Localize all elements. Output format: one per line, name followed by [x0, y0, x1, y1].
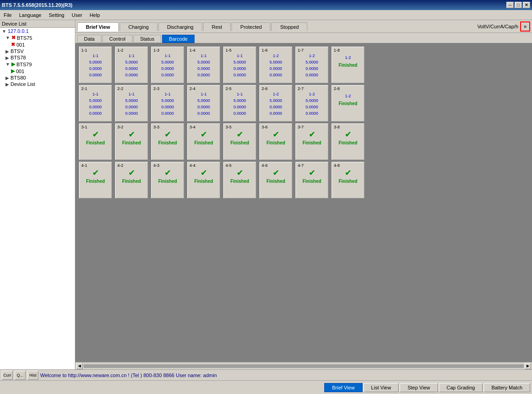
cell-2-5[interactable]: 2-5 1-15.00000.00000.0000: [223, 85, 256, 122]
tab-discharging[interactable]: Discharging: [158, 22, 202, 31]
cell-3-3[interactable]: 3-3 ✔ Finished: [151, 123, 184, 160]
menu-file[interactable]: File: [0, 11, 16, 19]
cell-4-3[interactable]: 4-3 ✔ Finished: [151, 162, 184, 198]
cell-1-3[interactable]: 1-3 1-15.00000.00000.0000: [151, 47, 184, 83]
cell-4-2[interactable]: 4-2 ✔ Finished: [115, 162, 148, 198]
cell-finished-3-7: Finished: [302, 140, 321, 145]
cell-1-8[interactable]: 1-8 1-2 Finished: [332, 47, 364, 83]
tab-brief-view[interactable]: Brief View: [77, 22, 119, 32]
cell-1-4[interactable]: 1-4 1-15.00000.00000.0000: [187, 47, 220, 83]
cell-3-6[interactable]: 3-6 ✔ Finished: [259, 123, 292, 160]
curr-icon[interactable]: Curr: [2, 371, 13, 380]
menu-user[interactable]: User: [68, 11, 86, 19]
scroll-left-button[interactable]: ◀: [76, 363, 83, 369]
cell-2-2[interactable]: 2-2 1-15.00000.00000.0000: [115, 85, 148, 122]
btn-list-view[interactable]: List View: [363, 383, 399, 392]
cell-1-7[interactable]: 1-7 1-25.00000.00000.0000: [295, 47, 328, 83]
sub-tabs: Data Control Status Barcode: [75, 33, 532, 43]
tab-protected[interactable]: Protected: [232, 22, 270, 31]
btsv-label: BTSV: [11, 48, 24, 54]
btn-step-view[interactable]: Step View: [400, 383, 437, 392]
menu-help[interactable]: Help: [86, 11, 104, 19]
check-icon-4-2: ✔: [128, 169, 135, 177]
sidebar-item-bts80[interactable]: ▶ BTS80: [0, 75, 75, 81]
subtab-control[interactable]: Control: [102, 35, 132, 43]
cell-id-4-6: 4-6: [261, 163, 268, 168]
btn-brief-view[interactable]: Brief View: [324, 383, 362, 392]
cell-id-1-8: 1-8: [333, 48, 340, 53]
cell-4-8[interactable]: 4-8 ✔ Finished: [332, 162, 364, 198]
sidebar-item-bts75[interactable]: ▼ ✖ BTS75: [0, 34, 75, 41]
menu-setting[interactable]: Setting: [45, 11, 68, 19]
cell-2-4[interactable]: 2-4 1-15.00000.00000.0000: [187, 85, 220, 122]
close-button[interactable]: ✕: [523, 2, 530, 8]
btn-cap-grading[interactable]: Cap Grading: [439, 383, 483, 392]
btn-battery-match[interactable]: Battery Match: [484, 383, 530, 392]
cell-2-6[interactable]: 2-6 1-25.00000.00000.0000: [259, 85, 292, 122]
cell-2-8[interactable]: 2-8 1-2 Finished: [332, 85, 364, 122]
cell-2-3[interactable]: 2-3 1-15.00000.00000.0000: [151, 85, 184, 122]
cell-data-2-7: 1-25.00000.00000.0000: [306, 91, 318, 117]
horizontal-scrollbar[interactable]: ◀ ▶: [75, 362, 532, 369]
cell-finished-3-4: Finished: [194, 140, 213, 145]
cell-3-5[interactable]: 3-5 ✔ Finished: [223, 123, 256, 160]
cell-1-6[interactable]: 1-6 1-25.00000.00000.0000: [259, 47, 292, 83]
cell-4-5[interactable]: 4-5 ✔ Finished: [223, 162, 256, 198]
tab-stopped[interactable]: Stopped: [271, 22, 307, 31]
subtab-barcode[interactable]: Barcode: [162, 35, 195, 43]
cell-id-1-5: 1-5: [225, 48, 232, 53]
cell-data-1-2: 1-15.00000.00000.0000: [125, 53, 138, 78]
cell-2-7[interactable]: 2-7 1-25.00000.00000.0000: [295, 85, 328, 122]
sidebar-item-001b[interactable]: ▶ 001: [0, 68, 75, 75]
sidebar-item-bts79[interactable]: ▼ ▶ BTS79: [0, 61, 75, 68]
cell-id-4-2: 4-2: [116, 163, 123, 168]
sidebar-item-btsv[interactable]: ▶ BTSV: [0, 48, 75, 54]
window-controls: ─ □ ✕: [506, 2, 530, 8]
q-icon[interactable]: Q...: [15, 371, 26, 380]
sidebar-item-001a[interactable]: ✖ 001: [0, 41, 75, 48]
hist-icon[interactable]: Hist: [27, 371, 38, 380]
check-icon-3-5: ✔: [237, 130, 243, 138]
cell-3-1[interactable]: 3-1 ✔ Finished: [79, 123, 112, 160]
cell-finished-4-3: Finished: [158, 179, 177, 184]
cell-1-2[interactable]: 1-2 1-15.00000.00000.0000: [115, 47, 148, 83]
sidebar-item-devlist[interactable]: ▶ Device List: [0, 81, 75, 87]
minimize-button[interactable]: ─: [506, 2, 514, 8]
nav-arrow-button[interactable]: »: [520, 21, 530, 32]
cell-subid-1-8: 1-2: [345, 54, 351, 61]
sidebar-item-ip[interactable]: ▼ 127.0.0.1: [0, 28, 75, 34]
cell-4-7[interactable]: 4-7 ✔ Finished: [295, 162, 328, 198]
cell-data-2-2: 1-15.00000.00000.0000: [125, 91, 138, 117]
cell-3-7[interactable]: 3-7 ✔ Finished: [295, 123, 328, 160]
cell-2-1[interactable]: 2-1 1-15.00000.00000.0000: [79, 85, 112, 122]
cell-1-1[interactable]: 1-1 1-15.00000.00000.0000: [79, 47, 112, 83]
check-icon-3-3: ✔: [164, 130, 171, 138]
cell-data-2-3: 1-15.00000.00000.0000: [161, 91, 174, 117]
tab-rest[interactable]: Rest: [203, 22, 231, 31]
bts78-label: BTS78: [11, 55, 26, 60]
cell-id-3-8: 3-8: [333, 125, 340, 129]
cell-id-4-1: 4-1: [80, 163, 87, 168]
cell-1-5[interactable]: 1-5 1-15.00000.00000.0000: [223, 47, 256, 83]
grid-area[interactable]: 1-1 1-15.00000.00000.0000 1-2 1-15.00000…: [75, 43, 532, 362]
subtab-data[interactable]: Data: [77, 35, 101, 43]
menu-language[interactable]: Language: [16, 11, 45, 19]
cell-4-6[interactable]: 4-6 ✔ Finished: [259, 162, 292, 198]
001a-label: 001: [16, 42, 25, 48]
check-icon-3-1: ✔: [92, 130, 99, 138]
bts75-label: BTS75: [17, 35, 32, 41]
subtab-status[interactable]: Status: [133, 35, 161, 43]
scroll-right-button[interactable]: ▶: [525, 363, 531, 369]
cell-4-4[interactable]: 4-4 ✔ Finished: [187, 162, 220, 198]
cell-4-1[interactable]: 4-1 ✔ Finished: [79, 162, 112, 198]
cell-3-2[interactable]: 3-2 ✔ Finished: [115, 123, 148, 160]
sidebar-item-bts78[interactable]: ▶ BTS78: [0, 54, 75, 61]
tab-charging[interactable]: Charging: [120, 22, 158, 31]
cell-data-2-6: 1-25.00000.00000.0000: [269, 91, 282, 117]
expand-icon-devlist: ▶: [5, 82, 9, 87]
maximize-button[interactable]: □: [515, 2, 522, 8]
scroll-track[interactable]: [84, 364, 524, 368]
cell-id-3-5: 3-5: [225, 125, 232, 129]
cell-3-8[interactable]: 3-8 ✔ Finished: [332, 123, 364, 160]
cell-3-4[interactable]: 3-4 ✔ Finished: [187, 123, 220, 160]
